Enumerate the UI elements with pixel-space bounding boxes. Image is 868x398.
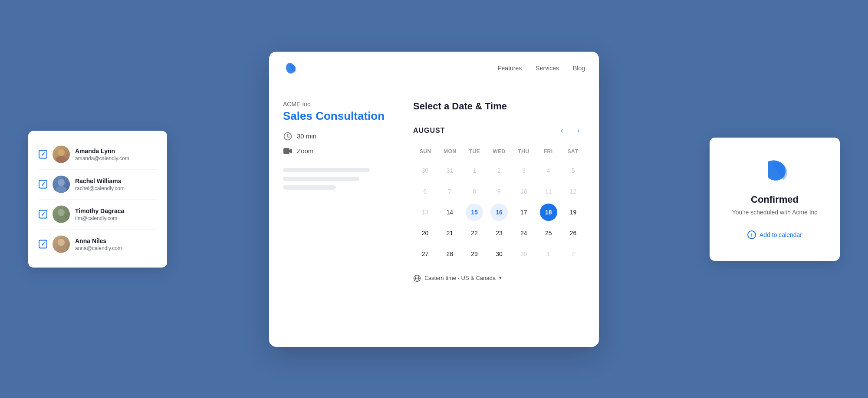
calendar-days: 30 31 1 2 3 4 5 6 7 8 9 10 11 12 13 bbox=[413, 161, 585, 264]
cal-day[interactable]: 19 bbox=[565, 204, 582, 221]
cal-day[interactable]: 26 bbox=[565, 224, 582, 242]
zoom-icon bbox=[283, 146, 293, 156]
contact-name-2: Rachel Williams bbox=[75, 177, 125, 184]
contact-item[interactable]: ✓ Anna Niles anna@calendly.com bbox=[39, 229, 157, 259]
company-name: ACME Inc bbox=[283, 101, 385, 108]
nav-blog[interactable]: Blog bbox=[573, 65, 585, 72]
nav-features[interactable]: Features bbox=[498, 65, 522, 72]
cal-day-15[interactable]: 15 bbox=[466, 204, 483, 221]
cal-day[interactable]: 30 bbox=[490, 245, 508, 263]
next-month-button[interactable]: › bbox=[572, 124, 585, 137]
globe-icon bbox=[413, 274, 421, 282]
cal-day[interactable]: 28 bbox=[441, 245, 458, 263]
cal-day: 2 bbox=[565, 245, 582, 263]
contact-email-2: rachel@calendly.com bbox=[75, 185, 125, 191]
cal-day[interactable]: 20 bbox=[416, 224, 434, 242]
timezone-caret-icon: ▾ bbox=[499, 275, 502, 281]
cal-day: 12 bbox=[565, 183, 582, 200]
day-header-fri: FRI bbox=[536, 146, 561, 157]
add-calendar-label: Add to calendar bbox=[760, 231, 802, 238]
nav-services[interactable]: Services bbox=[536, 65, 559, 72]
navbar: Features Services Blog bbox=[269, 52, 599, 85]
skeleton-line-3 bbox=[283, 185, 336, 190]
contact-checkbox-1[interactable]: ✓ bbox=[39, 150, 47, 158]
day-header-thu: THU bbox=[511, 146, 536, 157]
plus-circle-icon: + bbox=[747, 230, 756, 239]
calendar-section: Select a Date & Time AUGUST ‹ › SUN MON … bbox=[399, 85, 599, 298]
add-calendar-button[interactable]: + Add to calendar bbox=[723, 226, 826, 243]
contact-checkbox-2[interactable]: ✓ bbox=[39, 180, 47, 188]
contact-email-4: anna@calendly.com bbox=[75, 245, 122, 251]
contact-email-1: amanda@calendly.com bbox=[75, 155, 129, 161]
prev-month-button[interactable]: ‹ bbox=[556, 124, 569, 137]
contact-item[interactable]: ✓ Amanda Lynn amanda@calendly.com bbox=[39, 139, 157, 169]
contact-name-1: Amanda Lynn bbox=[75, 147, 129, 154]
svg-point-1 bbox=[56, 156, 66, 163]
cal-day[interactable]: 24 bbox=[515, 224, 533, 242]
day-header-wed: WED bbox=[487, 146, 512, 157]
cal-day[interactable]: 17 bbox=[515, 204, 533, 221]
cal-day[interactable]: 29 bbox=[466, 245, 483, 263]
cal-day: 11 bbox=[540, 183, 557, 200]
meeting-type-meta: Zoom bbox=[283, 146, 385, 156]
cal-day[interactable]: 25 bbox=[540, 224, 557, 242]
confirm-subtitle: You're scheduled with Acme Inc bbox=[723, 209, 826, 216]
svg-point-0 bbox=[58, 149, 65, 156]
svg-point-4 bbox=[58, 209, 65, 216]
avatar-1 bbox=[53, 145, 70, 163]
cal-day: 2 bbox=[490, 162, 508, 179]
timezone-row[interactable]: Eastern time - US & Canada ▾ bbox=[413, 274, 585, 282]
cal-day: 7 bbox=[441, 183, 458, 200]
navbar-logo bbox=[283, 60, 299, 76]
svg-point-5 bbox=[56, 216, 66, 223]
cal-day: 10 bbox=[515, 183, 533, 200]
duration-meta: 30 min bbox=[283, 132, 385, 141]
cal-day: 1 bbox=[466, 162, 483, 179]
cal-day: 6 bbox=[416, 183, 434, 200]
cal-day: 4 bbox=[540, 162, 557, 179]
contacts-panel: ✓ Amanda Lynn amanda@calendly.com ✓ Rach… bbox=[28, 131, 167, 267]
contact-item[interactable]: ✓ Timothy Dagraca tim@calendly.com bbox=[39, 199, 157, 229]
cal-day[interactable]: 23 bbox=[490, 224, 508, 242]
skeleton-lines bbox=[283, 168, 385, 190]
confirmation-panel: Confirmed You're scheduled with Acme Inc… bbox=[710, 138, 840, 261]
cal-day: 1 bbox=[540, 245, 557, 263]
calendar-header: AUGUST ‹ › bbox=[413, 124, 585, 137]
svg-point-7 bbox=[56, 246, 66, 253]
cal-day: 3 bbox=[515, 162, 533, 179]
cal-day: 30 bbox=[515, 245, 533, 263]
contact-name-4: Anna Niles bbox=[75, 237, 122, 244]
svg-point-3 bbox=[56, 186, 66, 193]
day-headers: SUN MON TUE WED THU FRI SAT bbox=[413, 146, 585, 157]
cal-day-18[interactable]: 18 bbox=[540, 204, 557, 221]
event-title: Sales Consultation bbox=[283, 109, 385, 123]
svg-point-2 bbox=[58, 179, 65, 186]
cal-day[interactable]: 21 bbox=[441, 224, 458, 242]
contact-item[interactable]: ✓ Rachel Williams rachel@calendly.com bbox=[39, 169, 157, 199]
clock-icon bbox=[283, 132, 293, 141]
skeleton-line-2 bbox=[283, 177, 359, 181]
cal-day: 30 bbox=[416, 162, 434, 179]
day-header-sun: SUN bbox=[413, 146, 438, 157]
cal-day[interactable]: 27 bbox=[416, 245, 434, 263]
svg-rect-9 bbox=[283, 148, 289, 154]
skeleton-line-1 bbox=[283, 168, 370, 172]
cal-day[interactable]: 14 bbox=[441, 204, 458, 221]
day-header-mon: MON bbox=[438, 146, 463, 157]
meeting-type-text: Zoom bbox=[297, 147, 313, 155]
calendar-title: Select a Date & Time bbox=[413, 101, 585, 112]
cal-day: 5 bbox=[565, 162, 582, 179]
contact-checkbox-4[interactable]: ✓ bbox=[39, 240, 47, 248]
confirm-logo bbox=[760, 155, 790, 185]
main-scheduling-panel: Features Services Blog ACME Inc Sales Co… bbox=[269, 52, 599, 347]
contact-checkbox-3[interactable]: ✓ bbox=[39, 210, 47, 218]
avatar-3 bbox=[53, 205, 70, 223]
avatar-4 bbox=[53, 235, 70, 253]
cal-day-16[interactable]: 16 bbox=[490, 204, 508, 221]
content-area: ACME Inc Sales Consultation 30 min bbox=[269, 85, 599, 298]
cal-day: 31 bbox=[441, 162, 458, 179]
svg-point-6 bbox=[58, 239, 65, 246]
nav-links: Features Services Blog bbox=[498, 65, 585, 72]
cal-day: 9 bbox=[490, 183, 508, 200]
cal-day[interactable]: 22 bbox=[466, 224, 483, 242]
